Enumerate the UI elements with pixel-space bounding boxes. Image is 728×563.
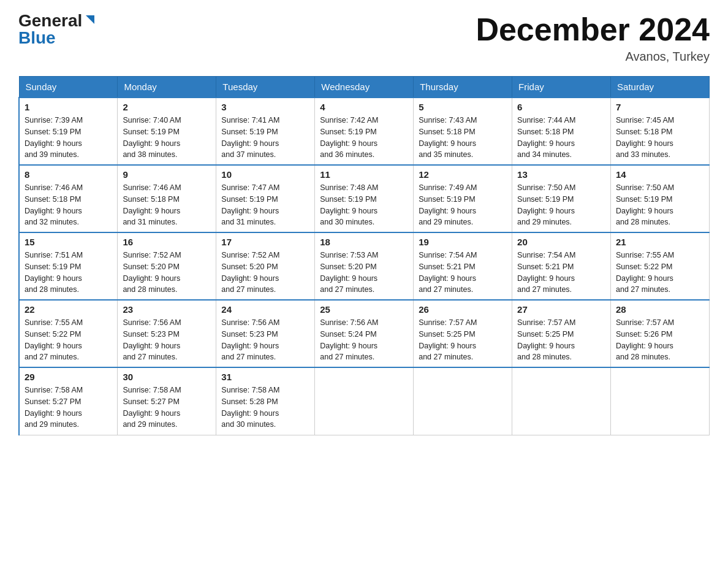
- week-row-5: 29 Sunrise: 7:58 AM Sunset: 5:27 PM Dayl…: [19, 367, 710, 435]
- day-number: 31: [221, 372, 309, 382]
- day-number: 19: [419, 237, 507, 247]
- day-number: 15: [25, 237, 112, 247]
- calendar-cell: 26 Sunrise: 7:57 AM Sunset: 5:25 PM Dayl…: [414, 300, 512, 367]
- day-number: 21: [616, 237, 704, 247]
- calendar-cell: 24 Sunrise: 7:56 AM Sunset: 5:23 PM Dayl…: [216, 300, 315, 367]
- day-number: 6: [517, 102, 605, 112]
- day-info: Sunrise: 7:52 AM Sunset: 5:20 PM Dayligh…: [123, 250, 211, 296]
- calendar-cell: [512, 367, 611, 435]
- day-info: Sunrise: 7:57 AM Sunset: 5:26 PM Dayligh…: [616, 317, 704, 363]
- calendar-cell: [315, 367, 414, 435]
- day-number: 3: [221, 102, 309, 112]
- calendar-cell: 10 Sunrise: 7:47 AM Sunset: 5:19 PM Dayl…: [216, 165, 315, 232]
- calendar-cell: 28 Sunrise: 7:57 AM Sunset: 5:26 PM Dayl…: [611, 300, 710, 367]
- day-number: 9: [123, 169, 211, 180]
- calendar-cell: 20 Sunrise: 7:54 AM Sunset: 5:21 PM Dayl…: [512, 232, 611, 300]
- header-day-saturday: Saturday: [611, 77, 710, 98]
- day-info: Sunrise: 7:42 AM Sunset: 5:19 PM Dayligh…: [320, 115, 408, 161]
- day-number: 14: [616, 169, 704, 180]
- page-header: General Blue December 2024 Avanos, Turke…: [18, 12, 710, 64]
- day-info: Sunrise: 7:39 AM Sunset: 5:19 PM Dayligh…: [25, 115, 112, 161]
- day-info: Sunrise: 7:49 AM Sunset: 5:19 PM Dayligh…: [419, 182, 507, 228]
- svg-marker-0: [86, 15, 94, 24]
- calendar-cell: 17 Sunrise: 7:52 AM Sunset: 5:20 PM Dayl…: [216, 232, 315, 300]
- day-info: Sunrise: 7:52 AM Sunset: 5:20 PM Dayligh…: [221, 250, 309, 296]
- day-info: Sunrise: 7:50 AM Sunset: 5:19 PM Dayligh…: [517, 182, 605, 228]
- day-number: 4: [320, 102, 408, 112]
- calendar-table: SundayMondayTuesdayWednesdayThursdayFrid…: [18, 76, 710, 435]
- day-number: 12: [419, 169, 507, 180]
- month-title: December 2024: [476, 12, 710, 47]
- logo-triangle-icon: [83, 13, 97, 26]
- calendar-cell: 15 Sunrise: 7:51 AM Sunset: 5:19 PM Dayl…: [19, 232, 118, 300]
- day-info: Sunrise: 7:57 AM Sunset: 5:25 PM Dayligh…: [419, 317, 507, 363]
- day-info: Sunrise: 7:46 AM Sunset: 5:18 PM Dayligh…: [25, 182, 112, 228]
- day-info: Sunrise: 7:56 AM Sunset: 5:23 PM Dayligh…: [221, 317, 309, 363]
- header-day-sunday: Sunday: [19, 77, 118, 98]
- week-row-1: 1 Sunrise: 7:39 AM Sunset: 5:19 PM Dayli…: [19, 98, 710, 165]
- header-day-monday: Monday: [118, 77, 216, 98]
- header-day-thursday: Thursday: [414, 77, 512, 98]
- calendar-cell: 2 Sunrise: 7:40 AM Sunset: 5:19 PM Dayli…: [118, 98, 216, 165]
- logo: General Blue: [18, 12, 97, 47]
- day-info: Sunrise: 7:54 AM Sunset: 5:21 PM Dayligh…: [517, 250, 605, 296]
- day-info: Sunrise: 7:47 AM Sunset: 5:19 PM Dayligh…: [221, 182, 309, 228]
- day-info: Sunrise: 7:51 AM Sunset: 5:19 PM Dayligh…: [25, 250, 112, 296]
- calendar-cell: 7 Sunrise: 7:45 AM Sunset: 5:18 PM Dayli…: [611, 98, 710, 165]
- calendar-cell: 19 Sunrise: 7:54 AM Sunset: 5:21 PM Dayl…: [414, 232, 512, 300]
- day-number: 16: [123, 237, 211, 247]
- calendar-cell: [414, 367, 512, 435]
- day-info: Sunrise: 7:46 AM Sunset: 5:18 PM Dayligh…: [123, 182, 211, 228]
- day-number: 11: [320, 169, 408, 180]
- calendar-cell: 30 Sunrise: 7:58 AM Sunset: 5:27 PM Dayl…: [118, 367, 216, 435]
- location-text: Avanos, Turkey: [476, 50, 710, 64]
- calendar-cell: 14 Sunrise: 7:50 AM Sunset: 5:19 PM Dayl…: [611, 165, 710, 232]
- day-number: 22: [25, 304, 112, 315]
- day-info: Sunrise: 7:41 AM Sunset: 5:19 PM Dayligh…: [221, 115, 309, 161]
- day-info: Sunrise: 7:44 AM Sunset: 5:18 PM Dayligh…: [517, 115, 605, 161]
- day-number: 8: [25, 169, 112, 180]
- header-day-tuesday: Tuesday: [216, 77, 315, 98]
- day-info: Sunrise: 7:55 AM Sunset: 5:22 PM Dayligh…: [25, 317, 112, 363]
- calendar-cell: 4 Sunrise: 7:42 AM Sunset: 5:19 PM Dayli…: [315, 98, 414, 165]
- calendar-cell: 18 Sunrise: 7:53 AM Sunset: 5:20 PM Dayl…: [315, 232, 414, 300]
- day-number: 30: [123, 372, 211, 382]
- calendar-cell: 22 Sunrise: 7:55 AM Sunset: 5:22 PM Dayl…: [19, 300, 118, 367]
- calendar-cell: 13 Sunrise: 7:50 AM Sunset: 5:19 PM Dayl…: [512, 165, 611, 232]
- day-number: 10: [221, 169, 309, 180]
- day-info: Sunrise: 7:43 AM Sunset: 5:18 PM Dayligh…: [419, 115, 507, 161]
- week-row-3: 15 Sunrise: 7:51 AM Sunset: 5:19 PM Dayl…: [19, 232, 710, 300]
- title-section: December 2024 Avanos, Turkey: [476, 12, 710, 64]
- day-info: Sunrise: 7:48 AM Sunset: 5:19 PM Dayligh…: [320, 182, 408, 228]
- day-info: Sunrise: 7:57 AM Sunset: 5:25 PM Dayligh…: [517, 317, 605, 363]
- day-info: Sunrise: 7:56 AM Sunset: 5:24 PM Dayligh…: [320, 317, 408, 363]
- day-info: Sunrise: 7:50 AM Sunset: 5:19 PM Dayligh…: [616, 182, 704, 228]
- week-row-4: 22 Sunrise: 7:55 AM Sunset: 5:22 PM Dayl…: [19, 300, 710, 367]
- day-number: 27: [517, 304, 605, 315]
- calendar-cell: 8 Sunrise: 7:46 AM Sunset: 5:18 PM Dayli…: [19, 165, 118, 232]
- header-day-wednesday: Wednesday: [315, 77, 414, 98]
- day-number: 18: [320, 237, 408, 247]
- day-number: 5: [419, 102, 507, 112]
- header-day-friday: Friday: [512, 77, 611, 98]
- day-info: Sunrise: 7:40 AM Sunset: 5:19 PM Dayligh…: [123, 115, 211, 161]
- day-number: 17: [221, 237, 309, 247]
- calendar-cell: 21 Sunrise: 7:55 AM Sunset: 5:22 PM Dayl…: [611, 232, 710, 300]
- day-info: Sunrise: 7:56 AM Sunset: 5:23 PM Dayligh…: [123, 317, 211, 363]
- calendar-cell: 11 Sunrise: 7:48 AM Sunset: 5:19 PM Dayl…: [315, 165, 414, 232]
- calendar-cell: 29 Sunrise: 7:58 AM Sunset: 5:27 PM Dayl…: [19, 367, 118, 435]
- day-number: 24: [221, 304, 309, 315]
- calendar-cell: 27 Sunrise: 7:57 AM Sunset: 5:25 PM Dayl…: [512, 300, 611, 367]
- day-info: Sunrise: 7:58 AM Sunset: 5:27 PM Dayligh…: [25, 385, 112, 431]
- calendar-cell: 31 Sunrise: 7:58 AM Sunset: 5:28 PM Dayl…: [216, 367, 315, 435]
- day-info: Sunrise: 7:53 AM Sunset: 5:20 PM Dayligh…: [320, 250, 408, 296]
- day-number: 26: [419, 304, 507, 315]
- day-info: Sunrise: 7:54 AM Sunset: 5:21 PM Dayligh…: [419, 250, 507, 296]
- day-info: Sunrise: 7:58 AM Sunset: 5:27 PM Dayligh…: [123, 385, 211, 431]
- day-number: 13: [517, 169, 605, 180]
- logo-blue-text: Blue: [18, 29, 56, 47]
- calendar-cell: 9 Sunrise: 7:46 AM Sunset: 5:18 PM Dayli…: [118, 165, 216, 232]
- calendar-cell: 5 Sunrise: 7:43 AM Sunset: 5:18 PM Dayli…: [414, 98, 512, 165]
- day-info: Sunrise: 7:55 AM Sunset: 5:22 PM Dayligh…: [616, 250, 704, 296]
- day-number: 25: [320, 304, 408, 315]
